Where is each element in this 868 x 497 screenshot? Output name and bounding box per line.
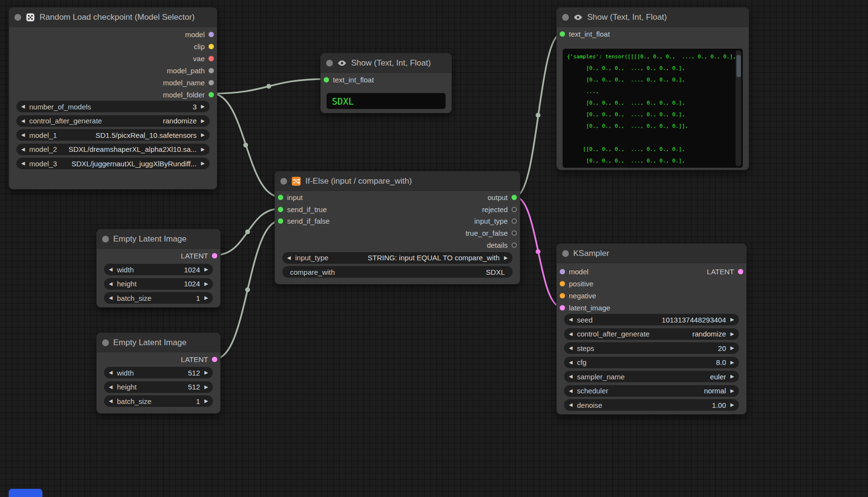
arrow-right-icon[interactable]: ▶ <box>201 147 205 152</box>
input-dot-positive[interactable] <box>560 281 565 286</box>
arrow-left-icon[interactable]: ◀ <box>569 403 573 407</box>
arrow-right-icon[interactable]: ▶ <box>204 370 208 375</box>
widget-seed[interactable]: ◀ seed 1013137448293404 ▶ <box>564 314 739 325</box>
widget-scheduler[interactable]: ◀ scheduler normal ▶ <box>564 385 739 397</box>
arrow-right-icon[interactable]: ▶ <box>201 133 205 137</box>
arrow-left-icon[interactable]: ◀ <box>569 374 573 379</box>
arrow-right-icon[interactable]: ▶ <box>201 104 205 109</box>
widget-model-1[interactable]: ◀ model_1 SD1.5/picxReal_10.safetensors … <box>16 129 210 141</box>
arrow-left-icon[interactable]: ◀ <box>109 267 113 272</box>
arrow-left-icon[interactable]: ◀ <box>287 255 291 260</box>
widget-cfg[interactable]: ◀ cfg 8.0 ▶ <box>564 357 739 368</box>
input-dot-latent-image[interactable] <box>560 305 565 310</box>
arrow-right-icon[interactable]: ▶ <box>730 389 734 393</box>
widget-width[interactable]: ◀ width 512 ▶ <box>104 367 213 378</box>
collapse-toggle[interactable] <box>102 339 109 346</box>
node-ksampler[interactable]: KSampler model positive negative lat <box>556 243 747 415</box>
output-dot-rejected[interactable] <box>512 207 517 212</box>
node-empty-latent-image-a[interactable]: Empty Latent Image LATENT ◀ width 1024 ▶… <box>96 229 221 308</box>
output-dot-latent[interactable] <box>738 269 743 274</box>
input-dot-text-int-float[interactable] <box>560 31 565 37</box>
collapse-toggle[interactable] <box>562 14 569 21</box>
input-dot-send-if-false[interactable] <box>278 218 283 224</box>
output-dot-details[interactable] <box>512 242 517 248</box>
input-dot-model[interactable] <box>560 269 565 274</box>
widget-height[interactable]: ◀ height 1024 ▶ <box>104 278 213 290</box>
output-dot-model[interactable] <box>209 32 214 37</box>
widget-denoise[interactable]: ◀ denoise 1.00 ▶ <box>564 399 739 411</box>
arrow-right-icon[interactable]: ▶ <box>730 332 734 336</box>
collapse-toggle[interactable] <box>14 14 21 21</box>
widget-number-of-models[interactable]: ◀ number_of_models 3 ▶ <box>16 101 210 112</box>
arrow-right-icon[interactable]: ▶ <box>204 267 208 272</box>
arrow-left-icon[interactable]: ◀ <box>569 360 573 365</box>
widget-model-3[interactable]: ◀ model_3 SDXL/juggernautXL_juggXlByRund… <box>16 158 210 169</box>
node-show-text-large[interactable]: Show (Text, Int, Float) text_int_float {… <box>556 7 749 170</box>
arrow-right-icon[interactable]: ▶ <box>504 255 508 260</box>
arrow-left-icon[interactable]: ◀ <box>21 133 25 137</box>
output-dot-clip[interactable] <box>209 44 214 49</box>
widget-width[interactable]: ◀ width 1024 ▶ <box>104 264 213 275</box>
widget-sampler-name[interactable]: ◀ sampler_name euler ▶ <box>564 371 739 382</box>
text-output-display[interactable]: {'samples': tensor([[[[0., 0., 0., ..., … <box>563 49 743 168</box>
input-dot-input[interactable] <box>278 195 283 200</box>
widget-model-2[interactable]: ◀ model_2 SDXL/dreamshaperXL_alpha2Xl10.… <box>16 144 210 155</box>
output-dot-input-type[interactable] <box>512 218 517 224</box>
input-dot-negative[interactable] <box>560 293 565 298</box>
arrow-left-icon[interactable]: ◀ <box>109 282 113 286</box>
arrow-left-icon[interactable]: ◀ <box>109 385 113 390</box>
node-header[interactable]: Empty Latent Image <box>97 229 220 249</box>
collapse-toggle[interactable] <box>562 250 569 257</box>
widget-batch-size[interactable]: ◀ batch_size 1 ▶ <box>104 292 213 304</box>
collapse-toggle[interactable] <box>280 178 287 185</box>
arrow-right-icon[interactable]: ▶ <box>730 317 734 322</box>
node-empty-latent-image-b[interactable]: Empty Latent Image LATENT ◀ width 512 ▶ … <box>96 333 221 414</box>
input-dot-text-int-float[interactable] <box>324 77 329 82</box>
output-dot-latent[interactable] <box>212 357 217 362</box>
node-header[interactable]: Random Load checkpoint (Model Selector) <box>9 8 217 27</box>
widget-input-type[interactable]: ◀ input_type STRING: input EQUAL TO comp… <box>282 252 513 264</box>
arrow-left-icon[interactable]: ◀ <box>569 389 573 393</box>
arrow-left-icon[interactable]: ◀ <box>109 296 113 300</box>
arrow-left-icon[interactable]: ◀ <box>109 399 113 403</box>
arrow-right-icon[interactable]: ▶ <box>204 385 208 390</box>
arrow-left-icon[interactable]: ◀ <box>569 317 573 322</box>
node-header[interactable]: Show (Text, Int, Float) <box>557 8 749 27</box>
node-if-else[interactable]: If-Else (input / compare_with) input sen… <box>275 171 520 284</box>
node-header[interactable]: Empty Latent Image <box>97 333 220 352</box>
offscreen-node-header[interactable] <box>9 489 42 497</box>
output-dot-vae[interactable] <box>209 56 214 61</box>
arrow-left-icon[interactable]: ◀ <box>569 332 573 336</box>
output-dot-model-folder[interactable] <box>209 92 214 97</box>
input-dot-send-if-true[interactable] <box>278 207 283 212</box>
arrow-right-icon[interactable]: ▶ <box>204 399 208 403</box>
node-header[interactable]: Show (Text, Int, Float) <box>321 54 451 73</box>
node-graph-canvas[interactable]: Random Load checkpoint (Model Selector) … <box>0 0 868 497</box>
widget-batch-size[interactable]: ◀ batch_size 1 ▶ <box>104 395 213 407</box>
node-header[interactable]: KSampler <box>557 244 746 263</box>
output-dot-model-path[interactable] <box>209 68 214 73</box>
widget-control-after-generate[interactable]: ◀ control_after_generate randomize ▶ <box>16 115 210 127</box>
output-dot-latent[interactable] <box>212 253 217 258</box>
node-header[interactable]: If-Else (input / compare_with) <box>275 172 520 191</box>
output-dot-model-name[interactable] <box>209 80 214 85</box>
scrollbar-thumb[interactable] <box>736 55 741 77</box>
output-dot-output[interactable] <box>512 195 517 200</box>
widget-height[interactable]: ◀ height 512 ▶ <box>104 381 213 393</box>
arrow-right-icon[interactable]: ▶ <box>730 346 734 350</box>
output-dot-true-or-false[interactable] <box>512 230 517 236</box>
widget-control-after-generate[interactable]: ◀ control_after_generate randomize ▶ <box>564 328 739 340</box>
arrow-left-icon[interactable]: ◀ <box>569 346 573 350</box>
arrow-right-icon[interactable]: ▶ <box>201 119 205 123</box>
arrow-right-icon[interactable]: ▶ <box>201 161 205 166</box>
arrow-right-icon[interactable]: ▶ <box>204 282 208 286</box>
collapse-toggle[interactable] <box>102 236 109 242</box>
arrow-right-icon[interactable]: ▶ <box>730 374 734 379</box>
arrow-right-icon[interactable]: ▶ <box>730 360 734 365</box>
collapse-toggle[interactable] <box>326 60 333 67</box>
arrow-left-icon[interactable]: ◀ <box>21 119 25 123</box>
arrow-left-icon[interactable]: ◀ <box>21 161 25 166</box>
arrow-right-icon[interactable]: ▶ <box>730 403 734 407</box>
widget-steps[interactable]: ◀ steps 20 ▶ <box>564 342 739 354</box>
arrow-left-icon[interactable]: ◀ <box>21 104 25 109</box>
